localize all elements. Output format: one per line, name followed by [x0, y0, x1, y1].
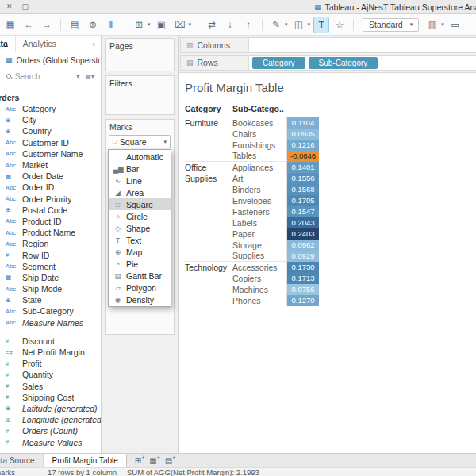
- field-item[interactable]: AbcMarket: [0, 159, 101, 171]
- sheet-title[interactable]: Profit Margin Table: [185, 78, 476, 104]
- subcategory-cell[interactable]: Binders: [232, 184, 287, 195]
- show-hide-cards-icon[interactable]: ▥: [425, 17, 440, 33]
- tab-data[interactable]: Data: [0, 36, 15, 52]
- field-pill[interactable]: Sub-Category: [309, 57, 378, 69]
- field-item[interactable]: ▦Order Date: [0, 171, 101, 182]
- field-item[interactable]: ▦Ship Date: [0, 272, 101, 283]
- category-cell[interactable]: Furniture: [185, 117, 232, 162]
- sort-ascending-icon[interactable]: ↓: [223, 17, 237, 33]
- redo-icon[interactable]: →: [40, 17, 54, 33]
- collapse-pane-icon[interactable]: ‹: [86, 39, 101, 48]
- mark-type-option[interactable]: ◔Pie: [109, 258, 171, 270]
- subcategory-cell[interactable]: Chairs: [232, 129, 287, 140]
- field-item[interactable]: AbcOrder Priority: [0, 194, 101, 205]
- value-cell[interactable]: 0.1270: [287, 295, 319, 306]
- fix-axes-icon[interactable]: ☆: [332, 17, 347, 33]
- value-cell[interactable]: 0.1104: [287, 117, 319, 129]
- mark-type-option[interactable]: TText: [109, 234, 171, 246]
- field-item[interactable]: AbcCategory: [0, 103, 101, 114]
- value-cell[interactable]: -0.0846: [287, 151, 319, 162]
- mark-type-option[interactable]: ○Circle: [109, 210, 171, 222]
- value-cell[interactable]: 0.1730: [287, 262, 319, 273]
- field-item[interactable]: #Orders (Count): [0, 425, 101, 436]
- mark-type-option[interactable]: ⊕Map: [109, 246, 171, 258]
- field-item[interactable]: #Row ID: [0, 249, 101, 260]
- value-cell[interactable]: 0.0756: [287, 284, 319, 295]
- field-item[interactable]: AbcCustomer Name: [0, 148, 101, 159]
- table-group-header[interactable]: Orders: [0, 91, 101, 103]
- fit-selector[interactable]: Standard▾: [363, 18, 419, 32]
- field-item[interactable]: #Discount: [0, 336, 101, 347]
- mark-type-option[interactable]: ◇Shape: [109, 222, 171, 234]
- undo-icon[interactable]: ←: [21, 17, 36, 33]
- sort-descending-icon[interactable]: ↑: [241, 17, 255, 33]
- window-control-icon[interactable]: ✕: [6, 2, 13, 11]
- field-item[interactable]: AbcMeasure Names: [0, 317, 101, 328]
- value-cell[interactable]: 0.0929: [287, 251, 319, 262]
- field-item[interactable]: AbcSegment: [0, 261, 101, 272]
- mark-type-option[interactable]: □Square: [109, 198, 171, 210]
- subcategory-cell[interactable]: Bookcases: [232, 117, 287, 129]
- field-item[interactable]: #Measure Values: [0, 436, 101, 447]
- value-cell[interactable]: 0.1568: [287, 184, 319, 195]
- subcategory-cell[interactable]: Machines: [232, 284, 287, 295]
- new-worksheet-button[interactable]: ⊞+: [135, 456, 141, 465]
- tab-analytics[interactable]: Analytics: [15, 36, 63, 52]
- category-cell[interactable]: Office Supplies: [185, 162, 232, 262]
- subcategory-cell[interactable]: Appliances: [232, 162, 287, 173]
- columns-shelf[interactable]: ▥ Columns: [180, 37, 476, 53]
- value-cell[interactable]: 0.2043: [287, 217, 319, 228]
- mark-type-option[interactable]: ▤Gantt Bar: [109, 270, 171, 282]
- field-item[interactable]: #Sales: [0, 381, 101, 392]
- field-item[interactable]: AbcRegion: [0, 238, 101, 249]
- value-cell[interactable]: 0.1401: [287, 162, 319, 173]
- mark-type-option[interactable]: ▱Polygon: [109, 282, 171, 294]
- field-item[interactable]: ⊕Country: [0, 125, 101, 136]
- datasource-item[interactable]: ▦ Orders (Global Superstor…: [0, 52, 101, 68]
- field-item[interactable]: AbcProduct ID: [0, 216, 101, 227]
- field-item[interactable]: ⊕Postal Code: [0, 205, 101, 216]
- field-item[interactable]: AbcShip Mode: [0, 283, 101, 294]
- subcategory-cell[interactable]: Paper: [232, 228, 287, 240]
- mark-type-option[interactable]: ▄▆Bar: [109, 163, 171, 175]
- field-item[interactable]: #Quantity: [0, 369, 101, 380]
- subcategory-cell[interactable]: Envelopes: [232, 195, 287, 206]
- swap-rows-columns-icon[interactable]: ⇄: [205, 17, 219, 33]
- mark-type-option[interactable]: ◉Density: [109, 294, 171, 305]
- new-worksheet-icon[interactable]: ⊞: [132, 17, 146, 33]
- view-options-icon[interactable]: ▦▾: [85, 73, 94, 80]
- subcategory-cell[interactable]: Accessories: [232, 262, 287, 273]
- new-dashboard-button[interactable]: ▦+: [149, 456, 156, 465]
- value-cell[interactable]: 0.0962: [287, 240, 319, 251]
- field-item[interactable]: AbcOrder ID: [0, 182, 101, 193]
- subcategory-cell[interactable]: Copiers: [232, 273, 287, 284]
- new-data-source-icon[interactable]: ⊕: [86, 17, 100, 33]
- field-item[interactable]: =#Net Profit Margin: [0, 347, 101, 358]
- value-cell[interactable]: 0.1713: [287, 273, 319, 284]
- field-item[interactable]: ⊕State: [0, 294, 101, 305]
- mark-type-option[interactable]: ∿Line: [109, 175, 171, 186]
- value-cell[interactable]: 0.1547: [287, 206, 319, 217]
- new-story-button[interactable]: ▤+: [165, 456, 172, 465]
- value-cell[interactable]: 0.1705: [287, 195, 319, 206]
- field-item[interactable]: AbcSub-Category: [0, 305, 101, 317]
- category-column-header[interactable]: Category: [185, 104, 232, 117]
- field-item[interactable]: ⊕City: [0, 114, 101, 125]
- category-cell[interactable]: Technology: [185, 262, 232, 306]
- window-control-icon[interactable]: ▢: [22, 2, 29, 11]
- value-cell[interactable]: 0.1216: [287, 140, 319, 151]
- field-item[interactable]: ⊕Latitude (generated): [0, 403, 101, 414]
- save-icon[interactable]: ▤: [67, 17, 82, 33]
- subcategory-cell[interactable]: Furnishings: [232, 140, 287, 151]
- duplicate-sheet-icon[interactable]: ▣: [155, 17, 169, 33]
- sheet-tab[interactable]: Profit Margin Table: [44, 454, 127, 467]
- subcategory-cell[interactable]: Storage: [232, 240, 287, 251]
- subcategory-cell[interactable]: Supplies: [232, 251, 287, 262]
- field-pill[interactable]: Category: [252, 57, 305, 69]
- field-item[interactable]: ⊕Longitude (generated): [0, 414, 101, 425]
- field-item[interactable]: #Shipping Cost: [0, 392, 101, 403]
- pages-card[interactable]: Pages: [105, 38, 175, 71]
- filter-funnel-icon[interactable]: ▼: [75, 73, 82, 80]
- subcategory-cell[interactable]: Phones: [232, 295, 287, 306]
- subcategory-cell[interactable]: Labels: [232, 217, 287, 228]
